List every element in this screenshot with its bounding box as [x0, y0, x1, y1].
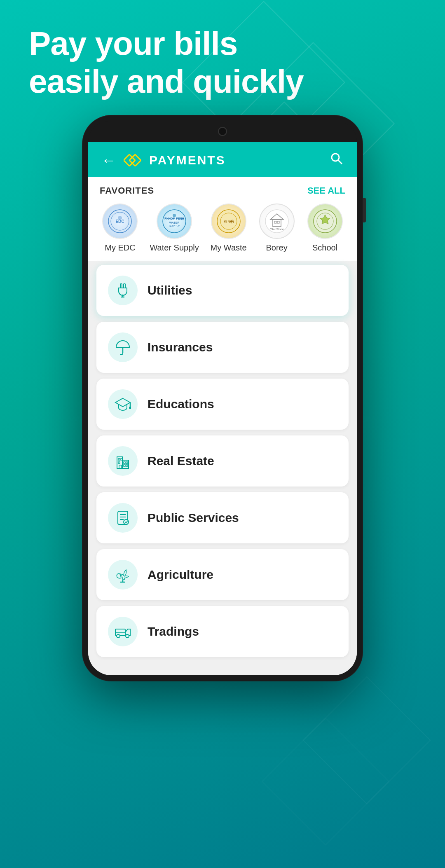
real-estate-icon-wrap: [108, 446, 138, 476]
building-icon: [115, 453, 131, 469]
fav-avatar-water: PHNOM PENH WATER SUPPLY: [157, 204, 192, 239]
svg-rect-35: [122, 460, 129, 468]
back-button[interactable]: ←: [101, 152, 116, 169]
favorite-item-edc[interactable]: EDC My EDC: [101, 204, 138, 253]
svg-rect-38: [118, 462, 120, 463]
favorite-item-waste[interactable]: ময বর্জ্য My Waste: [210, 204, 247, 253]
svg-point-48: [124, 519, 129, 524]
see-all-button[interactable]: SEE ALL: [307, 185, 345, 196]
fav-avatar-borey: TitanStone: [259, 204, 295, 239]
tradings-icon-wrap: [108, 617, 138, 646]
document-icon: [115, 510, 131, 526]
svg-line-3: [338, 160, 342, 164]
svg-rect-37: [121, 459, 122, 460]
fav-avatar-school: [307, 204, 343, 239]
svg-point-55: [126, 634, 129, 638]
category-list: Utilities Insurances: [88, 261, 357, 675]
favorite-item-school[interactable]: School: [307, 204, 344, 253]
app-header: ← PAYMENTS: [88, 142, 357, 177]
svg-point-33: [129, 407, 131, 409]
svg-text:PHNOM PENH: PHNOM PENH: [164, 217, 184, 220]
favorite-item-borey[interactable]: TitanStone Borey: [258, 204, 295, 253]
svg-rect-41: [124, 465, 125, 466]
svg-rect-42: [126, 465, 128, 466]
svg-point-2: [332, 154, 339, 161]
hero-section: Pay your bills easily and quickly: [29, 25, 416, 101]
favorite-item-water[interactable]: PHNOM PENH WATER SUPPLY Water Supply: [150, 204, 199, 253]
svg-text:TitanStone: TitanStone: [270, 228, 284, 231]
favorites-section: FAVORITES SEE ALL EDC: [88, 177, 357, 261]
insurances-icon-wrap: [108, 332, 138, 362]
tradings-label: Tradings: [148, 625, 199, 639]
svg-rect-43: [119, 465, 122, 468]
phone-mockup: ← PAYMENTS: [82, 115, 363, 681]
svg-text:ময বর্জ্য: ময বর্জ্য: [224, 219, 234, 224]
svg-text:SUPPLY: SUPPLY: [169, 225, 180, 227]
svg-point-12: [173, 214, 176, 217]
phone-notch: [88, 121, 357, 142]
svg-marker-31: [115, 398, 130, 407]
fav-label-school: School: [312, 243, 337, 253]
plug-icon: [115, 282, 131, 299]
graduation-icon: [115, 396, 131, 412]
fav-label-borey: Borey: [266, 243, 287, 253]
fav-label-edc: My EDC: [105, 243, 135, 253]
public-services-icon-wrap: [108, 503, 138, 533]
svg-rect-36: [118, 459, 120, 460]
favorites-label: FAVORITES: [100, 185, 154, 196]
phone-camera: [218, 127, 227, 136]
category-public-services[interactable]: Public Services: [96, 492, 349, 543]
category-utilities[interactable]: Utilities: [96, 265, 349, 316]
svg-point-7: [118, 216, 122, 220]
phone-side-button: [363, 198, 366, 222]
svg-rect-26: [124, 284, 125, 288]
insurances-label: Insurances: [148, 340, 213, 354]
truck-icon: [115, 623, 131, 640]
svg-rect-39: [124, 462, 125, 463]
search-icon[interactable]: [330, 152, 344, 169]
favorites-header: FAVORITES SEE ALL: [100, 185, 345, 196]
svg-rect-25: [120, 284, 122, 288]
umbrella-icon: [115, 339, 131, 356]
app-title: PAYMENTS: [149, 153, 226, 167]
svg-text:WATER: WATER: [169, 221, 180, 224]
fav-avatar-waste: ময বর্জ্য: [211, 204, 246, 239]
utilities-label: Utilities: [148, 283, 192, 297]
phone-screen: ← PAYMENTS: [88, 142, 357, 675]
category-insurances[interactable]: Insurances: [96, 322, 349, 373]
educations-label: Educations: [148, 397, 214, 411]
logo-icon: [124, 153, 144, 168]
category-educations[interactable]: Educations: [96, 379, 349, 430]
public-services-label: Public Services: [148, 511, 239, 525]
educations-icon-wrap: [108, 389, 138, 419]
agriculture-icon-wrap: [108, 560, 138, 590]
utilities-icon-wrap: [108, 276, 138, 305]
hero-title: Pay your bills easily and quickly: [29, 25, 416, 101]
plant-icon: [115, 566, 131, 583]
fav-label-water: Water Supply: [150, 243, 199, 253]
app-logo: PAYMENTS: [124, 153, 226, 168]
category-agriculture[interactable]: Agriculture: [96, 549, 349, 600]
agriculture-label: Agriculture: [148, 568, 213, 582]
real-estate-label: Real Estate: [148, 454, 214, 468]
svg-rect-40: [126, 462, 128, 463]
category-real-estate[interactable]: Real Estate: [96, 435, 349, 487]
svg-point-54: [117, 634, 120, 638]
fav-label-waste: My Waste: [211, 243, 247, 253]
fav-avatar-edc: EDC: [102, 204, 138, 239]
favorites-list: EDC My EDC PHNOM PENH WATER: [100, 204, 345, 253]
category-tradings[interactable]: Tradings: [96, 606, 349, 657]
